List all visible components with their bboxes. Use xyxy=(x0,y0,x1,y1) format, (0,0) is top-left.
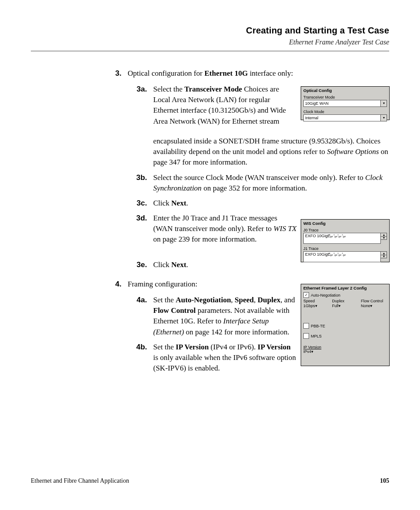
speed-label: Speed xyxy=(303,299,329,303)
t: Click xyxy=(153,199,171,207)
t: , xyxy=(254,296,258,304)
chevron-down-icon[interactable]: ▾ xyxy=(311,349,313,354)
j0-trace-label: J0 Trace xyxy=(301,227,389,233)
step-3c-body: Click Next. xyxy=(153,198,389,209)
t: . xyxy=(186,261,188,269)
chevron-down-icon[interactable]: ▾ xyxy=(315,304,317,310)
t: Speed xyxy=(235,296,254,304)
checkbox-checked-icon: ✓ xyxy=(303,292,309,298)
chevron-down-icon[interactable]: ▾ xyxy=(370,304,372,310)
step-3-marker: 3. xyxy=(115,69,122,77)
step-3b-body: Select the source Clock Mode (WAN transc… xyxy=(153,172,389,194)
step-3d-marker: 3d. xyxy=(136,214,147,222)
wis-config-panel: WIS Config J0 Trace EXFO 10GigEⷠ₀ₑ ⷠ₀ₑ ⷠ… xyxy=(301,219,390,262)
step-4a-marker: 4a. xyxy=(136,296,147,304)
transceiver-mode-value: 10GigE WAN xyxy=(303,100,381,107)
clock-mode-value: Internal xyxy=(303,114,381,121)
duplex-value: Full xyxy=(332,304,339,310)
t: Duplex xyxy=(258,296,280,304)
t: on page 239 for more information. xyxy=(153,235,257,243)
flow-control-label: Flow Control xyxy=(361,299,387,303)
step-3a-marker: 3a. xyxy=(136,85,147,93)
clock-mode-label: Clock Mode xyxy=(301,108,389,114)
step-4-marker: 4. xyxy=(115,280,122,288)
j1-trace-label: J1 Trace xyxy=(301,245,389,251)
chapter-title: Creating and Starting a Test Case xyxy=(31,26,389,36)
pbb-te-label: PBB-TE xyxy=(311,324,325,328)
speed-duplex-flow-row: Speed 1Gbps ▾ Duplex Full ▾ Flow Control… xyxy=(301,299,389,310)
t: Set the xyxy=(153,343,176,351)
j1-trace-scrollbar[interactable]: ▴ ▾ xyxy=(381,251,387,262)
clock-mode-dropdown[interactable]: Internal ▾ xyxy=(303,114,387,121)
j0-trace-field[interactable]: EXFO 10GigEⷠ₀ₑ ⷠ₀ₑ ⷠ₀ₑ ⷠ₀ₑ ▴ ▾ xyxy=(303,233,387,244)
j1-trace-value[interactable]: EXFO 10GigEⷠ₀ₑ ⷠ₀ₑ ⷠ₀ₑ ⷠ₀ₑ xyxy=(303,251,381,262)
t: Flow Control xyxy=(153,306,196,315)
step-3b-marker: 3b. xyxy=(136,173,147,182)
t: Transceiver Mode xyxy=(184,85,242,93)
speed-value: 1Gbps xyxy=(303,304,315,310)
t: IP Version xyxy=(176,343,209,351)
optical-config-title: Optical Config xyxy=(301,87,389,94)
step-4b-marker: 4b. xyxy=(136,343,147,351)
t: Software Options xyxy=(327,147,379,156)
auto-negotiation-label: Auto-Negotiation xyxy=(311,293,340,297)
t: Next xyxy=(171,199,186,207)
j0-trace-value[interactable]: EXFO 10GigEⷠ₀ₑ ⷠ₀ₑ ⷠ₀ₑ ⷠ₀ₑ xyxy=(303,233,381,244)
chevron-down-icon[interactable]: ▾ xyxy=(381,236,387,240)
t: on page 352 for more information. xyxy=(202,184,307,192)
t: Next xyxy=(171,261,186,269)
wis-config-title: WIS Config xyxy=(301,220,389,227)
chevron-down-icon[interactable]: ▾ xyxy=(381,255,387,258)
t: WIS TX xyxy=(273,224,296,233)
step-3c: 3c. Click Next. xyxy=(128,198,389,209)
page: Creating and Starting a Test Case Ethern… xyxy=(0,0,420,510)
t: Select the xyxy=(153,85,184,93)
transceiver-mode-label: Transceiver Mode xyxy=(301,94,389,100)
ip-version-group: IP Version IPv4 ▾ xyxy=(301,344,389,356)
page-number: 105 xyxy=(380,477,389,484)
j0-trace-scrollbar[interactable]: ▴ ▾ xyxy=(381,233,387,244)
checkbox-unchecked-icon xyxy=(303,323,309,329)
duplex-label: Duplex xyxy=(332,299,358,303)
t: is only available when the IPv6 software… xyxy=(153,353,296,372)
step-3-text-bold: Ethernet 10G xyxy=(204,69,248,77)
j1-trace-field[interactable]: EXFO 10GigEⷠ₀ₑ ⷠ₀ₑ ⷠ₀ₑ ⷠ₀ₑ ▴ ▾ xyxy=(303,251,387,262)
duplex-dropdown[interactable]: Full ▾ xyxy=(332,304,358,310)
ethernet-l2-config-title: Ethernet Framed Layer 2 Config xyxy=(301,284,389,291)
t: Enter the J0 Trace and J1 Trace messages… xyxy=(153,214,277,233)
ethernet-l2-config-panel: Ethernet Framed Layer 2 Config ✓ Auto-Ne… xyxy=(301,284,390,366)
step-4-text: Framing configuration: xyxy=(128,280,197,288)
ip-version-value: IPv4 xyxy=(303,349,311,354)
section-title: Ethernet Frame Analyzer Test Case xyxy=(31,38,389,46)
step-3b: 3b. Select the source Clock Mode (WAN tr… xyxy=(128,172,389,194)
mpls-label: MPLS xyxy=(311,334,322,338)
flow-control-value: None xyxy=(361,304,371,310)
chevron-down-icon[interactable]: ▾ xyxy=(339,304,341,310)
pbb-te-checkbox[interactable]: PBB-TE xyxy=(301,322,328,330)
step-3-text-post: interface only: xyxy=(248,69,293,77)
step-3e-marker: 3e. xyxy=(136,261,147,269)
chevron-down-icon[interactable]: ▾ xyxy=(381,114,387,121)
mpls-checkbox[interactable]: MPLS xyxy=(301,332,324,340)
speed-dropdown[interactable]: 1Gbps ▾ xyxy=(303,304,329,310)
chevron-down-icon[interactable]: ▾ xyxy=(381,100,387,107)
transceiver-mode-dropdown[interactable]: 10GigE WAN ▾ xyxy=(303,100,387,107)
checkbox-unchecked-icon xyxy=(303,333,309,339)
t: , xyxy=(231,296,235,304)
ip-version-dropdown[interactable]: IPv4 ▾ xyxy=(303,349,329,354)
t: IP Version xyxy=(258,343,291,351)
step-3-text-pre: Optical configuration for xyxy=(128,69,204,77)
flow-control-dropdown[interactable]: None ▾ xyxy=(361,304,387,310)
ip-version-label: IP Version xyxy=(303,345,387,349)
t: , and xyxy=(280,296,295,304)
t: (IPv4 or IPv6). xyxy=(209,343,258,351)
footer-left: Ethernet and Fibre Channel Application xyxy=(31,477,129,484)
auto-negotiation-checkbox[interactable]: ✓ Auto-Negotiation xyxy=(301,291,343,299)
t: . xyxy=(186,199,188,207)
page-footer: Ethernet and Fibre Channel Application 1… xyxy=(31,477,389,484)
t: Select the source Clock Mode (WAN transc… xyxy=(153,173,365,182)
t: Auto-Negotiation xyxy=(176,296,231,304)
t: on page 142 for more information. xyxy=(184,328,289,336)
page-header: Creating and Starting a Test Case Ethern… xyxy=(31,26,389,46)
step-3c-marker: 3c. xyxy=(136,199,147,207)
